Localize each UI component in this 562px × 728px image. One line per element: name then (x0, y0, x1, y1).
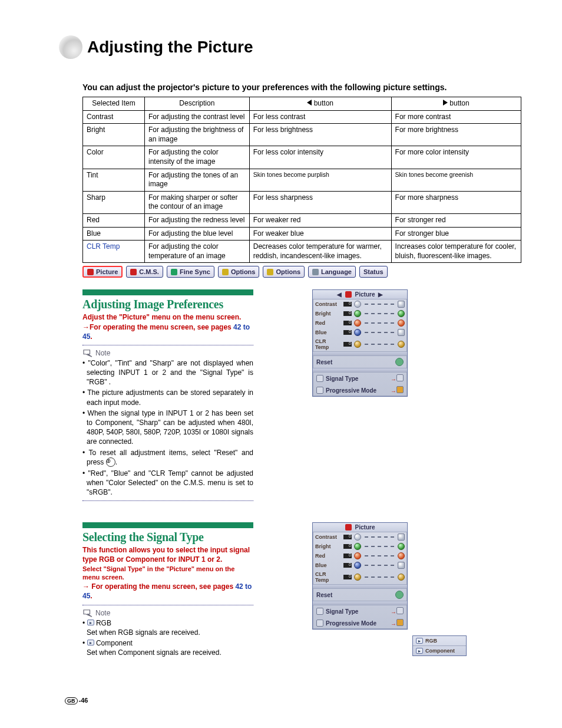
finesync-icon (171, 269, 177, 275)
note-heading: Note (82, 609, 253, 617)
language-icon (312, 269, 319, 275)
osd-signal-type[interactable]: Signal Type→ (313, 605, 407, 617)
options-icon (267, 269, 273, 275)
tab-cms[interactable]: C.M.S. (126, 266, 163, 278)
popout-component[interactable]: Component (413, 645, 466, 655)
note-icon (82, 349, 93, 357)
th-left: button (249, 97, 391, 111)
osd-picture-icon (345, 291, 352, 298)
notes-list: "Color", "Tint" and "Sharp" are not disp… (82, 358, 253, 497)
note-item: When the signal type in INPUT 1 or 2 has… (82, 409, 253, 447)
osd-signal-type[interactable]: Signal Type→ (313, 373, 407, 384)
osd-panel-2: Picture Contrast Bright Red Blue CLR Tem… (312, 522, 408, 630)
title-bullet-icon (59, 35, 82, 59)
right-arrow-icon (443, 100, 448, 106)
tab-picture[interactable]: Picture (82, 266, 123, 278)
table-row: SharpFor making sharper or softer the co… (83, 191, 521, 213)
osd-progressive[interactable]: Progressive Mode→ (313, 384, 407, 396)
signal-icon (316, 608, 323, 615)
osd-reset[interactable]: Reset (313, 589, 407, 601)
section2-sublead: → For operating the menu screen, see pag… (82, 582, 253, 601)
osd-row-bright[interactable]: Bright (313, 542, 407, 551)
osd-row-clrtemp[interactable]: CLR Temp (313, 337, 407, 351)
note-item: ComponentSet when Component signals are … (82, 638, 253, 657)
cms-icon (130, 269, 137, 275)
osd-row-red[interactable]: Red (313, 318, 407, 328)
table-row: BrightFor adjusting the brightness of an… (83, 124, 521, 146)
signal-icon (316, 375, 323, 382)
tab-finesync[interactable]: Fine Sync (167, 266, 214, 278)
note-item: The picture adjustments can be stored se… (82, 388, 253, 407)
reset-icon (395, 358, 404, 366)
component-icon (416, 648, 423, 654)
page-title-row: Adjusting the Picture (59, 35, 521, 59)
note-heading: Note (82, 349, 253, 357)
osd-row-blue[interactable]: Blue (313, 328, 407, 337)
tab-options1[interactable]: Options (218, 266, 260, 278)
rgb-icon (87, 620, 94, 625)
osd-right-arrow-icon[interactable]: ▶ (378, 291, 383, 298)
table-row: BlueFor adjusting the blue levelFor weak… (83, 227, 521, 241)
progressive-icon (316, 387, 323, 394)
section1-lead: Adjust the "Picture" menu on the menu sc… (82, 312, 253, 322)
osd-row-contrast[interactable]: Contrast (313, 299, 407, 309)
note-item: RGBSet when RGB signals are received. (82, 618, 253, 637)
note-item: "Red", "Blue" and "CLR Temp" cannot be a… (82, 469, 253, 498)
page-footer: GB-46 (65, 697, 88, 704)
section1-sublead: →For operating the menu screen, see page… (82, 322, 253, 341)
section-bar (82, 289, 253, 295)
osd-picture-icon (345, 524, 352, 531)
reset-icon (395, 591, 404, 599)
menu-tabbar: Picture C.M.S. Fine Sync Options Options… (82, 266, 521, 278)
osd-reset[interactable]: Reset (313, 356, 407, 368)
section-bar (82, 522, 253, 528)
osd-header: ◀ Picture ▶ (313, 290, 407, 299)
signal-type-popout: RGB Component (412, 635, 467, 656)
gb-badge: GB (65, 697, 78, 704)
table-row: RedFor adjusting the redness levelFor we… (83, 213, 521, 227)
osd-row-blue[interactable]: Blue (313, 561, 407, 570)
section2-heading: Selecting the Signal Type (82, 531, 253, 544)
popout-rgb[interactable]: RGB (413, 636, 466, 645)
picture-icon (87, 269, 94, 275)
component-icon (87, 640, 94, 645)
tab-options2[interactable]: Options (263, 266, 305, 278)
osd-panel-1: ◀ Picture ▶ Contrast Bright Red Blue CLR… (312, 289, 408, 397)
tab-status[interactable]: Status (359, 266, 388, 278)
table-row: ColorFor adjusting the color intensity o… (83, 146, 521, 169)
intro-text: You can adjust the projector's picture t… (82, 83, 521, 92)
th-item: Selected Item (83, 97, 145, 111)
osd-row-clrtemp[interactable]: CLR Temp (313, 570, 407, 584)
note-item: To reset all adjustment items, select "R… (82, 448, 253, 467)
osd-header: Picture (313, 523, 407, 532)
enter-button-icon: ⦿ (106, 457, 115, 467)
left-arrow-icon (307, 100, 312, 106)
table-row: ContrastFor adjusting the contrast level… (83, 110, 521, 124)
osd-progressive[interactable]: Progressive Mode→ (313, 617, 407, 629)
note-item: "Color", "Tint" and "Sharp" are not disp… (82, 358, 253, 387)
notes-list-2: RGBSet when RGB signals are received. Co… (82, 618, 253, 658)
note-icon (82, 609, 93, 617)
osd-left-arrow-icon[interactable]: ◀ (337, 291, 342, 298)
progressive-icon (316, 620, 323, 627)
tab-language[interactable]: Language (308, 266, 356, 278)
osd-row-contrast[interactable]: Contrast (313, 532, 407, 542)
table-row: CLR TempFor adjusting the color temperat… (83, 241, 521, 263)
th-right: button (391, 97, 521, 111)
osd-row-bright[interactable]: Bright (313, 309, 407, 318)
osd-row-red[interactable]: Red (313, 551, 407, 561)
rgb-icon (416, 638, 423, 644)
table-row: TintFor adjusting the tones of an imageS… (83, 169, 521, 191)
section2-lead2: Select "Signal Type" in the "Picture" me… (82, 565, 253, 582)
options-icon (222, 269, 229, 275)
th-desc: Description (145, 97, 250, 111)
section2-lead: This function allows you to select the i… (82, 545, 253, 564)
section1-heading: Adjusting Image Preferences (82, 298, 253, 311)
page-title: Adjusting the Picture (87, 38, 253, 57)
settings-table: Selected Item Description button button … (82, 97, 521, 263)
